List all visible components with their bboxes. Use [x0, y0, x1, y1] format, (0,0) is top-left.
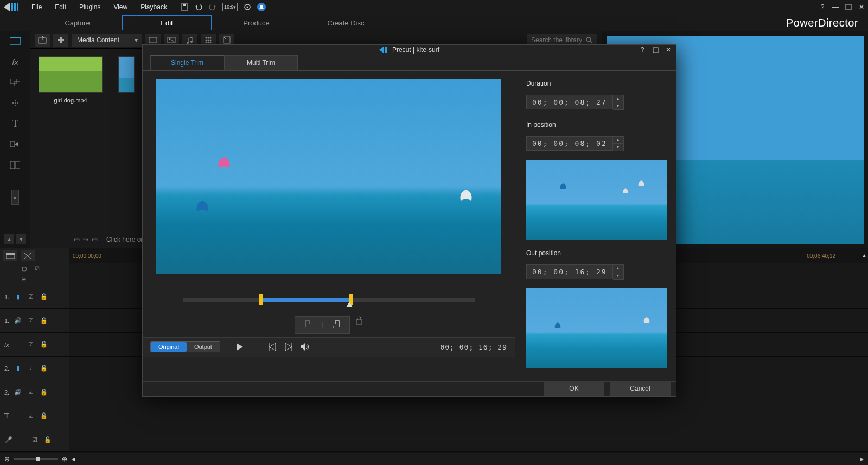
lock-icon[interactable]: 🔓	[40, 293, 48, 301]
help-icon[interactable]: ?	[818, 3, 827, 11]
track-visible-icon[interactable]: ☑	[27, 317, 35, 325]
menu-playback[interactable]: Playback	[135, 1, 173, 13]
zoom-slider[interactable]	[14, 458, 58, 460]
mode-edit[interactable]: Edit	[122, 15, 212, 30]
trim-in-handle[interactable]	[259, 294, 263, 305]
timeline-tool-icon[interactable]: ▭	[92, 236, 98, 243]
track-visible-icon[interactable]: ☑	[27, 340, 35, 349]
track-visible-icon[interactable]: ☑	[27, 364, 35, 373]
mark-in-icon[interactable]	[304, 320, 312, 330]
trim-playhead[interactable]	[346, 302, 353, 307]
duration-down-icon[interactable]: ▼	[613, 102, 623, 109]
trim-track[interactable]	[183, 298, 475, 302]
title-room-icon[interactable]: T	[9, 117, 22, 130]
in-position-input[interactable]: 00; 00; 08; 02	[526, 136, 613, 151]
svg-marker-0	[4, 2, 10, 12]
close-icon[interactable]: ✕	[857, 3, 866, 11]
timeline-view-icon[interactable]	[3, 250, 17, 261]
volume-icon[interactable]	[301, 343, 309, 351]
gear-icon[interactable]	[243, 3, 252, 11]
duration-input[interactable]: 00; 00; 08; 27	[526, 95, 613, 109]
plugin-icon[interactable]	[53, 34, 68, 47]
rail-expand-button[interactable]: ▸	[11, 190, 19, 205]
menu-edit[interactable]: Edit	[49, 1, 72, 13]
bell-icon[interactable]	[257, 3, 266, 11]
import-icon[interactable]	[35, 34, 50, 47]
dialog-titlebar[interactable]: Precut | kite-surf ? ✕	[143, 45, 676, 55]
lock-icon[interactable]: 🔓	[40, 364, 48, 373]
ruler-tick: 00;06;40;12	[807, 253, 835, 259]
scroll-up-icon[interactable]: ▴	[863, 251, 866, 259]
svg-rect-13	[10, 79, 17, 83]
timeline-marker-icon[interactable]	[21, 250, 35, 261]
ok-button[interactable]: OK	[544, 382, 604, 396]
track-voice[interactable]: 🎤☑🔓	[0, 428, 868, 452]
track-label: T	[4, 411, 9, 421]
mode-create-disc[interactable]: Create Disc	[301, 15, 391, 30]
scroll-right-icon[interactable]: ▸	[860, 455, 864, 463]
library-clip[interactable]: girl-dog.mp4	[38, 56, 103, 104]
track-visible-icon[interactable]: ☑	[30, 436, 39, 444]
toggle-output[interactable]: Output	[187, 342, 220, 352]
minimize-icon[interactable]: —	[831, 3, 840, 11]
out-position-input[interactable]: 00; 00; 16; 29	[526, 264, 613, 279]
dialog-help-icon[interactable]: ?	[638, 46, 647, 54]
track-visible-icon[interactable]: ☑	[33, 264, 41, 273]
zoom-in-icon[interactable]: ⊕	[62, 455, 67, 463]
lock-icon[interactable]: 🔓	[40, 317, 48, 325]
prev-frame-icon[interactable]	[268, 343, 277, 351]
scroll-left-icon[interactable]: ◂	[72, 455, 75, 463]
track-visible-icon[interactable]: ☑	[27, 293, 35, 301]
next-frame-icon[interactable]	[284, 343, 293, 351]
tab-multi-trim[interactable]: Multi Trim	[224, 55, 298, 70]
track-visible-icon[interactable]: ☑	[27, 412, 35, 421]
dialog-close-icon[interactable]: ✕	[664, 46, 673, 54]
duration-up-icon[interactable]: ▲	[613, 95, 623, 102]
tab-single-trim[interactable]: Single Trim	[150, 55, 224, 70]
track-title[interactable]: T☑🔓	[0, 404, 868, 428]
lock-icon[interactable]: 🔓	[40, 388, 48, 397]
zoom-out-icon[interactable]: ⊖	[4, 455, 10, 463]
pip-room-icon[interactable]	[9, 76, 22, 89]
menu-view[interactable]: View	[108, 1, 133, 13]
library-filter-dropdown[interactable]: Media Content	[72, 34, 142, 47]
svg-point-19	[15, 102, 16, 104]
lock-icon[interactable]: 🔓	[43, 436, 52, 444]
media-room-icon[interactable]	[9, 35, 22, 48]
aspect-icon[interactable]: 16:9▾	[222, 3, 238, 11]
audio-room-icon[interactable]	[9, 158, 22, 171]
mode-capture[interactable]: Capture	[33, 15, 122, 30]
timeline-tool-icon[interactable]: ▭	[74, 236, 80, 243]
dialog-maximize-icon[interactable]	[651, 46, 660, 54]
toggle-original[interactable]: Original	[151, 342, 187, 352]
lock-trim-icon[interactable]	[355, 316, 363, 334]
stop-icon[interactable]	[252, 343, 260, 351]
transition-room-icon[interactable]	[9, 138, 22, 151]
redo-icon[interactable]	[208, 3, 217, 11]
lock-icon[interactable]: 🔓	[40, 412, 48, 421]
track-label: 2.	[4, 389, 9, 396]
in-down-icon[interactable]: ▼	[613, 144, 623, 151]
mark-out-icon[interactable]	[332, 320, 341, 330]
particle-room-icon[interactable]	[9, 96, 22, 109]
save-icon[interactable]	[180, 3, 189, 11]
fx-room-icon[interactable]: fx	[9, 55, 22, 68]
track-visible-icon[interactable]: ☑	[27, 388, 35, 397]
rail-up-icon[interactable]: ▴	[4, 234, 14, 244]
snap-icon[interactable]: ✳	[20, 275, 28, 284]
mode-produce[interactable]: Produce	[212, 15, 301, 30]
in-up-icon[interactable]: ▲	[613, 137, 623, 144]
out-down-icon[interactable]: ▼	[613, 272, 623, 279]
menu-plugins[interactable]: Plugins	[74, 1, 106, 13]
cancel-button[interactable]: Cancel	[610, 382, 671, 396]
undo-icon[interactable]	[194, 3, 203, 11]
out-up-icon[interactable]: ▲	[613, 265, 623, 272]
menu-file[interactable]: File	[26, 1, 47, 13]
library-clip[interactable]	[118, 56, 135, 104]
lock-icon[interactable]: 🔓	[40, 340, 48, 349]
maximize-icon[interactable]	[844, 3, 853, 11]
rail-down-icon[interactable]: ▾	[16, 234, 26, 244]
svg-rect-3	[17, 3, 18, 11]
track-enable-icon[interactable]: ▢	[20, 264, 28, 273]
play-icon[interactable]	[235, 343, 244, 351]
